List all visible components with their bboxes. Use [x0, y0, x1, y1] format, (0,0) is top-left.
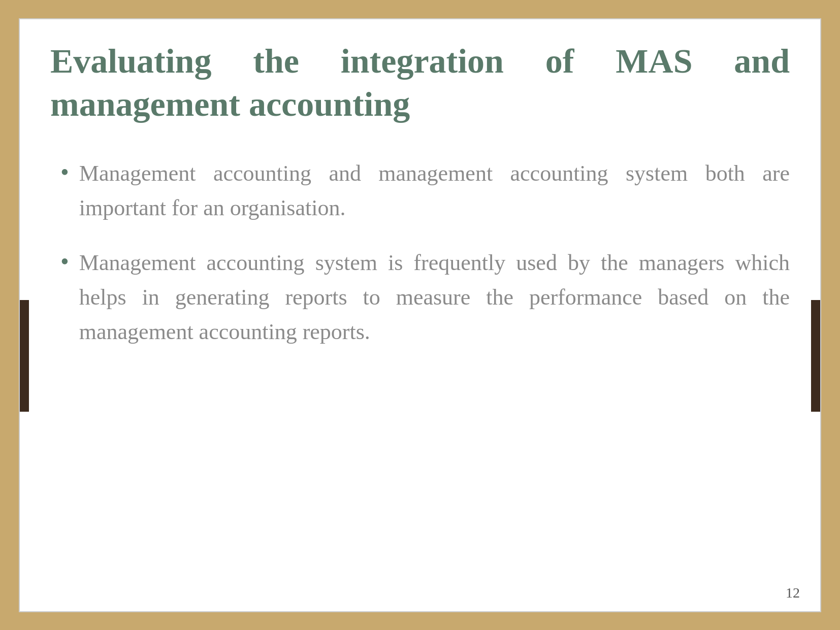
decoration-right [811, 300, 820, 412]
slide: Evaluating the integration of MAS and ma… [19, 18, 821, 612]
bullet-dot-1: • [60, 157, 69, 187]
bullet-item-2: • Management accounting system is freque… [60, 246, 790, 350]
page-number-section: 12 [786, 585, 800, 601]
bullet-text-1: Management accounting and management acc… [79, 156, 790, 225]
title-section: Evaluating the integration of MAS and ma… [50, 40, 790, 131]
content-section: • Management accounting and management a… [50, 156, 790, 581]
bullet-item-1: • Management accounting and management a… [60, 156, 790, 225]
slide-title: Evaluating the integration of MAS and ma… [50, 40, 790, 126]
page-number: 12 [786, 585, 800, 601]
decoration-left [20, 300, 29, 412]
bullet-text-2: Management accounting system is frequent… [79, 246, 790, 350]
bullet-dot-2: • [60, 247, 69, 276]
